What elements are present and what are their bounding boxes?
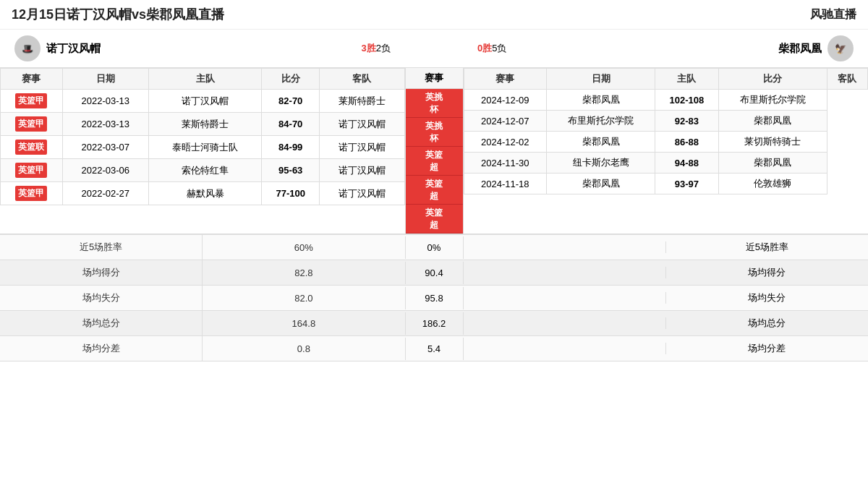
right-away-cell: 伦敦雄狮: [718, 174, 827, 194]
stats-right-label: 场均得分: [666, 260, 868, 285]
stats-center-val: 90.4: [406, 262, 464, 284]
team-left-losses: 2负: [376, 43, 391, 53]
right-away-cell: 布里斯托尔学院: [718, 90, 827, 111]
left-away-cell: 诺丁汉风帽: [320, 182, 404, 205]
league-tag: 英篮甲: [15, 116, 47, 132]
stats-left-val: 164.8: [203, 312, 405, 335]
stats-row: 近5场胜率 60% 0% 近5场胜率: [0, 235, 868, 260]
stats-right-label: 场均总分: [666, 311, 868, 335]
center-tag-text: 英挑杯: [425, 91, 443, 116]
left-table-row: 英篮甲 2022-03-13 莱斯特爵士 84-70 诺丁汉风帽: [1, 113, 405, 136]
left-home-cell: 诺丁汉风帽: [148, 90, 261, 113]
left-col-date: 日期: [62, 69, 148, 90]
right-date-cell: 2024-11-30: [464, 153, 547, 174]
center-header: 赛事: [406, 68, 463, 89]
stats-left-label: 场均总分: [0, 311, 203, 335]
stats-center-val: 5.4: [406, 338, 464, 360]
left-col-away: 客队: [320, 69, 404, 90]
league-tag: 英篮甲: [15, 186, 47, 201]
stats-left-val: 0.8: [203, 338, 405, 360]
center-league-col: 赛事 英挑杯英挑杯英篮超英篮超英篮超: [406, 68, 464, 234]
right-col-date: 日期: [547, 69, 655, 90]
league-tag: 英篮联: [15, 140, 47, 155]
left-league-cell: 英篮甲: [1, 159, 63, 182]
right-home-cell: 柴郡凤凰: [547, 174, 655, 194]
right-date-cell: 2024-12-09: [464, 90, 547, 111]
left-league-cell: 英篮联: [1, 136, 63, 159]
right-table-row: 2024-11-30 纽卡斯尔老鹰 94-88 柴郡凤凰: [464, 153, 868, 174]
right-col-score: 比分: [718, 69, 827, 90]
left-score-cell: 95-63: [262, 159, 320, 182]
stats-right-val: [464, 267, 666, 278]
center-tag-text: 英篮超: [425, 178, 443, 202]
right-away-cell: 柴郡凤凰: [718, 111, 827, 132]
page-header: 12月15日诺丁汉风帽vs柴郡凤凰直播 风驰直播: [0, 0, 868, 30]
left-away-cell: 诺丁汉风帽: [320, 113, 404, 136]
team-left-wins: 3胜: [362, 43, 376, 53]
left-home-cell: 赫默风暴: [148, 182, 261, 205]
right-table-row: 2024-12-09 柴郡凤凰 102-108 布里斯托尔学院: [464, 90, 868, 111]
right-date-cell: 2024-12-07: [464, 111, 547, 132]
stats-left-val: 60%: [203, 236, 405, 259]
stats-right-val: [464, 343, 666, 354]
left-table-row: 英篮甲 2022-02-27 赫默风暴 77-100 诺丁汉风帽: [1, 182, 405, 205]
right-col-league: 赛事: [464, 69, 547, 90]
left-date-cell: 2022-03-13: [62, 90, 148, 113]
stats-row: 场均总分 164.8 186.2 场均总分: [0, 311, 868, 336]
center-tag-text: 英篮超: [425, 149, 443, 174]
left-home-cell: 泰晤士河骑士队: [148, 136, 261, 159]
right-score-cell: 93-97: [655, 174, 719, 194]
right-away-cell: 柴郡凤凰: [718, 153, 827, 174]
league-tag: 英篮甲: [15, 163, 47, 178]
right-score-cell: 102-108: [655, 90, 719, 111]
team-right-record: 0胜5负: [463, 42, 658, 55]
right-table-row: 2024-12-02 柴郡凤凰 86-88 莱切斯特骑士: [464, 132, 868, 153]
left-league-cell: 英篮甲: [1, 113, 63, 136]
left-league-cell: 英篮甲: [1, 90, 63, 113]
left-table-row: 英篮联 2022-03-07 泰晤士河骑士队 84-99 诺丁汉风帽: [1, 136, 405, 159]
right-date-cell: 2024-12-02: [464, 132, 547, 153]
stats-left-label: 近5场胜率: [0, 235, 203, 260]
main-content: 赛事 日期 主队 比分 客队 英篮甲 2022-03-13 诺丁汉风帽 82-7…: [0, 68, 868, 234]
team-right-logo: 🦅: [827, 35, 854, 61]
left-date-cell: 2022-03-06: [62, 159, 148, 182]
right-col-away: 客队: [827, 69, 867, 90]
center-tag-cell: 英篮超: [406, 205, 463, 234]
left-away-cell: 莱斯特爵士: [320, 90, 404, 113]
stats-row: 场均失分 82.0 95.8 场均失分: [0, 286, 868, 311]
right-home-cell: 纽卡斯尔老鹰: [547, 153, 655, 174]
left-col-score: 比分: [262, 69, 320, 90]
left-col-league: 赛事: [1, 69, 63, 90]
right-date-cell: 2024-11-18: [464, 174, 547, 194]
right-table-row: 2024-12-07 布里斯托尔学院 92-83 柴郡凤凰: [464, 111, 868, 132]
brand-label: 风驰直播: [810, 7, 856, 22]
stats-row: 场均分差 0.8 5.4 场均分差: [0, 336, 868, 361]
stats-center-val: 95.8: [406, 287, 464, 309]
team-left-record: 3胜2负: [210, 42, 405, 55]
team-left-logo-icon: 🎩: [22, 43, 33, 54]
left-date-cell: 2022-03-13: [62, 113, 148, 136]
left-col-home: 主队: [148, 69, 261, 90]
right-home-cell: 布里斯托尔学院: [547, 111, 655, 132]
right-home-cell: 柴郡凤凰: [547, 132, 655, 153]
left-score-cell: 82-70: [262, 90, 320, 113]
right-score-cell: 92-83: [655, 111, 719, 132]
team-left-logo: 🎩: [14, 35, 41, 61]
stats-left-label: 场均分差: [0, 336, 203, 361]
stats-left-label: 场均失分: [0, 286, 203, 310]
center-tag-cell: 英篮超: [406, 176, 463, 205]
team-right-losses: 5负: [492, 43, 506, 53]
stats-center-val: 0%: [406, 236, 464, 259]
left-table-row: 英篮甲 2022-03-06 索伦特红隼 95-63 诺丁汉风帽: [1, 159, 405, 182]
left-table-row: 英篮甲 2022-03-13 诺丁汉风帽 82-70 莱斯特爵士: [1, 90, 405, 113]
left-league-cell: 英篮甲: [1, 182, 63, 205]
right-col-home: 主队: [655, 69, 719, 90]
stats-left-label: 场均得分: [0, 260, 203, 285]
left-home-cell: 索伦特红隼: [148, 159, 261, 182]
stats-left-val: 82.0: [203, 287, 405, 309]
right-score-cell: 86-88: [655, 132, 719, 153]
stats-right-label: 近5场胜率: [666, 235, 868, 260]
right-match-table: 赛事 日期 主队 比分 客队 2024-12-09 柴郡凤凰 102-108 布…: [464, 68, 869, 234]
left-date-cell: 2022-03-07: [62, 136, 148, 159]
left-away-cell: 诺丁汉风帽: [320, 159, 404, 182]
